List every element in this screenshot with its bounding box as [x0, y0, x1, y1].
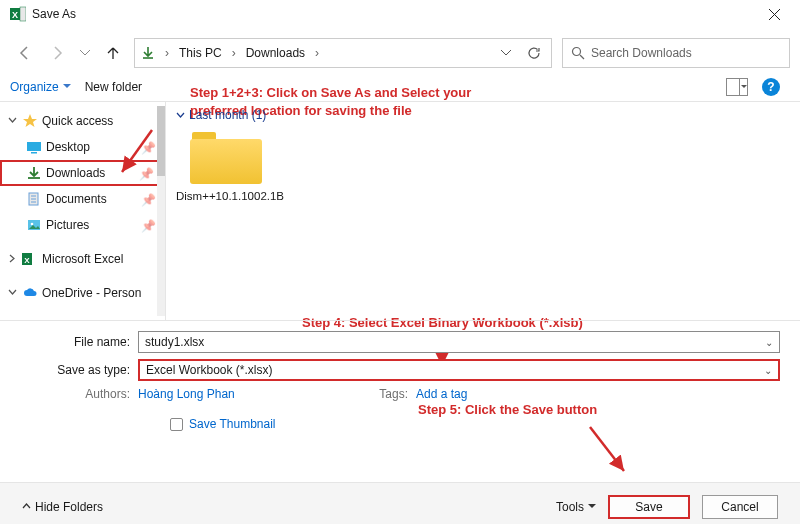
svg-point-8: [31, 223, 34, 226]
pin-icon: 📌: [141, 141, 153, 153]
tree-desktop[interactable]: Desktop 📌: [0, 134, 165, 160]
tree-downloads[interactable]: Downloads 📌: [0, 160, 165, 186]
tags-label: Tags:: [368, 387, 408, 401]
pictures-icon: [26, 217, 42, 233]
address-row: › This PC › Downloads › Search Downloads: [0, 28, 800, 72]
downloads-location-icon: [141, 46, 155, 60]
desktop-icon: [26, 139, 42, 155]
recent-dropdown[interactable]: [78, 42, 92, 64]
authors-value[interactable]: Hoàng Long Phan: [138, 387, 368, 401]
file-listing[interactable]: Last month (1) Dism++10.1.1002.1B: [166, 102, 800, 320]
tree-excel[interactable]: X Microsoft Excel: [0, 246, 165, 272]
svg-rect-4: [27, 142, 41, 151]
search-input[interactable]: Search Downloads: [562, 38, 790, 68]
pin-icon: 📌: [141, 219, 153, 231]
svg-rect-1: [20, 7, 26, 21]
annotation-step5: Step 5: Click the Save button: [418, 401, 608, 419]
cancel-button[interactable]: Cancel: [702, 495, 778, 519]
chevron-right-icon: ›: [232, 46, 236, 60]
chevron-down-icon: [8, 114, 18, 128]
folder-icon: [190, 132, 262, 184]
file-name-input[interactable]: study1.xlsx ⌄: [138, 331, 780, 353]
back-button[interactable]: [14, 42, 36, 64]
main-pane: Quick access Desktop 📌 Downloads 📌 Docum…: [0, 102, 800, 320]
chevron-down-icon: [176, 111, 185, 120]
chevron-down-icon[interactable]: ⌄: [764, 365, 772, 376]
search-icon: [571, 46, 585, 60]
address-dropdown[interactable]: [495, 50, 517, 56]
save-thumbnail-checkbox[interactable]: Save Thumbnail: [170, 417, 780, 431]
crumb-this-pc[interactable]: This PC: [179, 46, 222, 60]
chevron-down-icon: [8, 286, 18, 300]
annotation-arrow-3: [584, 423, 634, 479]
organize-toolbar: Organize New folder ?: [0, 72, 800, 102]
pin-icon: 📌: [139, 167, 151, 179]
refresh-button[interactable]: [523, 46, 545, 60]
excel-icon: X: [10, 6, 26, 22]
tree-scrollbar[interactable]: [157, 106, 165, 316]
svg-point-3: [573, 48, 581, 56]
tree-onedrive[interactable]: OneDrive - Person: [0, 280, 165, 306]
group-header[interactable]: Last month (1): [176, 108, 790, 122]
close-button[interactable]: [752, 0, 796, 28]
dialog-footer: Hide Folders Tools Save Cancel: [0, 482, 800, 524]
forward-button[interactable]: [46, 42, 68, 64]
checkbox-icon: [170, 418, 183, 431]
svg-text:X: X: [12, 10, 18, 20]
chevron-right-icon: ›: [315, 46, 319, 60]
address-bar[interactable]: › This PC › Downloads ›: [134, 38, 552, 68]
download-icon: [26, 165, 42, 181]
authors-label: Authors:: [20, 387, 130, 401]
up-button[interactable]: [102, 42, 124, 64]
svg-text:X: X: [24, 256, 30, 265]
chevron-down-icon: [588, 504, 596, 509]
hide-folders-button[interactable]: Hide Folders: [22, 500, 103, 514]
organize-button[interactable]: Organize: [10, 80, 71, 94]
tree-quick-access[interactable]: Quick access: [0, 108, 165, 134]
pin-icon: 📌: [141, 193, 153, 205]
tools-dropdown[interactable]: Tools: [556, 500, 596, 514]
save-button[interactable]: Save: [608, 495, 690, 519]
tree-pictures[interactable]: Pictures 📌: [0, 212, 165, 238]
save-as-type-label: Save as type:: [20, 363, 130, 377]
chevron-right-icon: ›: [165, 46, 169, 60]
window-title: Save As: [32, 7, 76, 21]
chevron-down-icon: [22, 502, 31, 511]
title-bar: X Save As: [0, 0, 800, 28]
chevron-down-icon[interactable]: ⌄: [765, 337, 773, 348]
nav-tree: Quick access Desktop 📌 Downloads 📌 Docum…: [0, 102, 166, 320]
svg-rect-5: [31, 152, 37, 154]
tags-value[interactable]: Add a tag: [416, 387, 467, 401]
star-icon: [22, 113, 38, 129]
bottom-panel: File name: study1.xlsx ⌄ Save as type: E…: [0, 320, 800, 524]
help-button[interactable]: ?: [762, 78, 780, 96]
view-dropdown[interactable]: [726, 78, 748, 96]
save-as-type-dropdown[interactable]: Excel Workbook (*.xlsx) ⌄: [138, 359, 780, 381]
cloud-icon: [22, 285, 38, 301]
crumb-downloads[interactable]: Downloads: [246, 46, 305, 60]
excel-icon: X: [22, 251, 38, 267]
chevron-right-icon: [8, 252, 18, 266]
tree-documents[interactable]: Documents 📌: [0, 186, 165, 212]
documents-icon: [26, 191, 42, 207]
file-name-label: File name:: [20, 335, 130, 349]
search-placeholder: Search Downloads: [591, 46, 692, 60]
new-folder-button[interactable]: New folder: [85, 80, 142, 94]
folder-item[interactable]: Dism++10.1.1002.1B: [176, 132, 276, 202]
